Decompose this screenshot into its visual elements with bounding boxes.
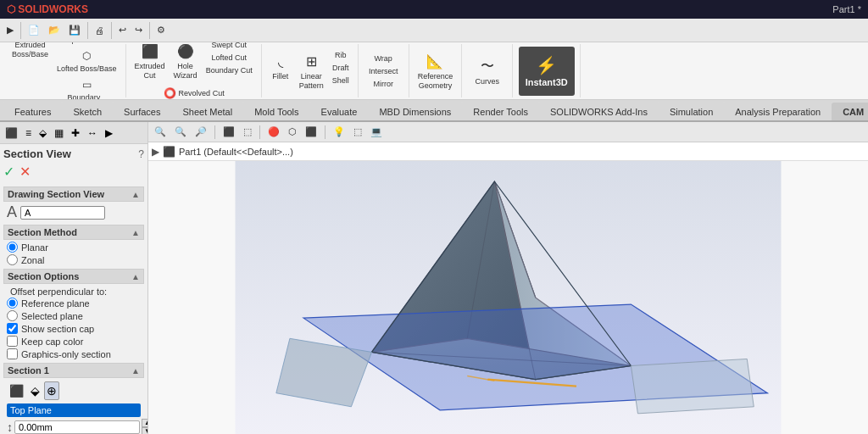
panel-btn-6[interactable]: ↔ <box>84 125 101 141</box>
rib-button[interactable]: Rib <box>329 49 353 61</box>
section1-header[interactable]: Section 1 ▲ <box>3 363 144 378</box>
section1-title: Section 1 <box>8 365 49 376</box>
cancel-button[interactable]: ✕ <box>19 164 31 180</box>
tab-mold-tools[interactable]: Mold Tools <box>243 103 309 120</box>
linear-pattern-button[interactable]: ⊞ LinearPattern <box>296 49 327 92</box>
panel-btn-5[interactable]: ✚ <box>68 125 83 141</box>
zonal-label: Zonal <box>21 255 45 265</box>
graphics-only-checkbox[interactable] <box>7 348 18 359</box>
intersect-button[interactable]: Intersect <box>365 65 402 77</box>
wrap-button[interactable]: Wrap <box>365 53 402 64</box>
3d-viewport-svg <box>148 161 868 434</box>
panel-btn-3[interactable]: ⬙ <box>36 125 50 141</box>
keep-cap-color-row: Keep cap color <box>3 336 144 347</box>
vt-zoom[interactable]: 🔎 <box>192 125 209 138</box>
toolbar-undo[interactable]: ↩ <box>115 23 130 37</box>
toolbar-print[interactable]: 🖨 <box>92 24 108 37</box>
vt-light[interactable]: 💡 <box>331 125 348 138</box>
lofted-boss-base-button[interactable]: ⬡ Lofted Boss/Base <box>53 47 120 75</box>
vt-search1[interactable]: 🔍 <box>152 125 169 138</box>
ok-button[interactable]: ✓ <box>3 164 14 180</box>
section1-btn-2[interactable]: ⬙ <box>28 381 42 400</box>
vt-view3[interactable]: ⬛ <box>303 125 320 138</box>
extruded-cut-icon: ⬛ <box>140 42 160 61</box>
tree-expand-icon[interactable]: ▶ <box>152 146 159 158</box>
instant3d-button[interactable]: ⚡ Instant3D <box>519 47 575 96</box>
planar-radio[interactable] <box>7 242 18 253</box>
toolbar-arrow[interactable]: ▶ <box>3 23 17 37</box>
offset-up-button[interactable]: ▲ <box>142 419 147 427</box>
drawing-name-input[interactable] <box>20 206 105 220</box>
vt-hex[interactable]: ⬡ <box>286 125 299 138</box>
reference-geometry-button[interactable]: 📐 ReferenceGeometry <box>415 49 457 92</box>
toolbar-redo[interactable]: ↪ <box>131 23 146 37</box>
vt-view2[interactable]: ⬚ <box>241 125 254 138</box>
ribbon-group-cut: ⬛ ExtrudedCut ⚫ HoleWizard Swept Cut Lof… <box>126 44 262 97</box>
vt-color[interactable]: 🔴 <box>265 125 282 138</box>
mirror-button[interactable]: Mirror <box>365 78 402 90</box>
offset-input[interactable] <box>14 420 140 434</box>
tab-sketch[interactable]: Sketch <box>62 103 113 120</box>
panel-btn-4[interactable]: ▦ <box>51 125 67 141</box>
keep-cap-color-checkbox[interactable] <box>7 336 18 347</box>
ribbon-group-refgeom: 📐 ReferenceGeometry <box>409 44 463 97</box>
top-plane-selection[interactable]: Top Plane <box>7 403 141 417</box>
panel-btn-1[interactable]: ⬛ <box>2 125 21 141</box>
lofted-cut-button[interactable]: Lofted Cut <box>203 52 256 64</box>
panel-toolbar: ⬛ ≡ ⬙ ▦ ✚ ↔ ▶ <box>0 122 147 144</box>
vt-search2[interactable]: 🔍 <box>172 125 189 138</box>
tab-sheet-metal[interactable]: Sheet Metal <box>171 103 243 120</box>
graphics-only-row: Graphics-only section <box>3 348 144 359</box>
extruded-boss-base-button[interactable]: ⬛ ExtrudedBoss/Base <box>8 42 52 100</box>
toolbar-new[interactable]: 📄 <box>25 23 43 37</box>
fillet-button[interactable]: ◟ Fillet <box>267 49 294 92</box>
show-section-cap-checkbox[interactable] <box>7 323 18 334</box>
tab-surfaces[interactable]: Surfaces <box>113 103 171 120</box>
ribbon: ⬛ ExtrudedBoss/Base 〰 Swept Boss/Base ⬡ … <box>0 42 868 100</box>
boundary-cut-button[interactable]: Boundary Cut <box>203 64 256 76</box>
tab-evaluate[interactable]: Evaluate <box>310 103 369 120</box>
boundary-boss-icon: ▭ <box>79 77 94 92</box>
panel-btn-7[interactable]: ▶ <box>102 125 116 141</box>
toolbar-open[interactable]: 📂 <box>45 23 64 37</box>
revolved-cut-button[interactable]: ⭕ Revolved Cut <box>159 84 228 100</box>
titlebar: ⬡ SOLIDWORKS Part1 * <box>0 0 868 19</box>
zonal-radio[interactable] <box>7 254 18 265</box>
tab-mbd-dimensions[interactable]: MBD Dimensions <box>368 103 462 120</box>
help-icon[interactable]: ? <box>138 148 144 160</box>
curves-button[interactable]: 〜 Curves <box>471 54 503 87</box>
tab-analysis-preparation[interactable]: Analysis Preparation <box>724 103 832 120</box>
tab-solidworks-addins[interactable]: SOLIDWORKS Add-Ins <box>539 103 659 120</box>
boundary-boss-button[interactable]: ▭ Boundary... <box>53 75 120 100</box>
vt-monitor[interactable]: 💻 <box>368 125 385 138</box>
tab-features[interactable]: Features <box>3 103 62 120</box>
ribbon-group-instant3d: ⚡ Instant3D <box>513 44 581 97</box>
section1-btn-3[interactable]: ⊕ <box>44 381 59 400</box>
tree-label: Part1 (Default<<Default>...) <box>179 147 293 157</box>
tab-render-tools[interactable]: Render Tools <box>462 103 539 120</box>
section1-btn-1[interactable]: ⬛ <box>7 381 26 400</box>
vt-view1[interactable]: ⬛ <box>220 125 237 138</box>
hole-wizard-button[interactable]: ⚫ HoleWizard <box>170 42 201 82</box>
vt-view4[interactable]: ⬚ <box>351 125 364 138</box>
tab-cam[interactable]: CAM <box>832 103 868 120</box>
section-method-header[interactable]: Section Method ▲ <box>3 225 144 240</box>
zonal-radio-row: Zonal <box>3 254 144 265</box>
swept-boss-base-button[interactable]: 〰 Swept Boss/Base <box>53 42 120 46</box>
offset-down-button[interactable]: ▼ <box>142 427 147 434</box>
panel-btn-2[interactable]: ≡ <box>22 125 35 141</box>
section-options-header[interactable]: Section Options ▲ <box>3 269 144 284</box>
shell-button[interactable]: Shell <box>329 75 353 86</box>
toolbar-options[interactable]: ⚙ <box>153 23 169 37</box>
ref-plane-radio[interactable] <box>7 298 18 309</box>
extruded-cut-button[interactable]: ⬛ ExtrudedCut <box>131 42 169 82</box>
selected-plane-radio[interactable] <box>7 310 18 321</box>
offset-value-row: ↕ ▲ ▼ <box>3 419 144 434</box>
tab-simulation[interactable]: Simulation <box>659 103 724 120</box>
canvas-area[interactable] <box>148 161 868 434</box>
swept-cut-button[interactable]: Swept Cut <box>203 42 256 51</box>
draft-button[interactable]: Draft <box>329 62 353 74</box>
action-row: ✓ ✕ <box>3 164 144 180</box>
drawing-section-header[interactable]: Drawing Section View ▲ <box>3 186 144 202</box>
toolbar-save[interactable]: 💾 <box>65 23 84 37</box>
